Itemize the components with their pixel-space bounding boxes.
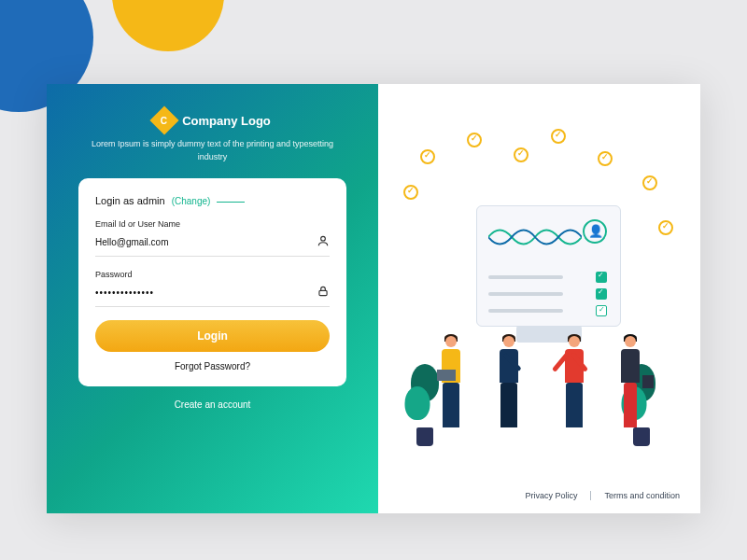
email-field-row xyxy=(95,231,330,257)
check-coin-icon xyxy=(467,133,482,147)
login-as-row: Login as admin (Change) xyxy=(95,195,330,206)
list-line xyxy=(488,292,563,296)
list-line xyxy=(488,275,563,279)
check-coin-icon xyxy=(551,129,566,144)
logo: C Company Logo xyxy=(78,110,346,131)
forgot-password-link[interactable]: Forgot Password? xyxy=(95,361,330,371)
logo-text: Company Logo xyxy=(182,114,271,128)
person-icon xyxy=(616,336,644,429)
check-coin-icon xyxy=(403,185,418,200)
wave-chart-icon xyxy=(488,223,582,251)
avatar-icon xyxy=(583,219,607,244)
privacy-policy-link[interactable]: Privacy Policy xyxy=(525,491,577,500)
footer-links: Privacy Policy Terms and condition xyxy=(525,491,680,500)
login-panel: C Company Logo Lorem Ipsum is simply dum… xyxy=(47,84,378,513)
password-label: Password xyxy=(95,270,330,279)
login-form: Login as admin (Change) Email Id or User… xyxy=(78,178,346,386)
divider xyxy=(590,491,591,500)
check-coin-icon xyxy=(658,220,673,235)
list-line xyxy=(488,309,563,313)
dashboard-monitor-icon xyxy=(476,205,621,327)
illustration-panel: Privacy Policy Terms and condition xyxy=(378,84,700,513)
check-coin-icon xyxy=(514,147,529,162)
checkbox-icon xyxy=(596,272,607,283)
login-as-label: Login as admin xyxy=(95,195,165,206)
decorative-circle-yellow xyxy=(112,0,224,51)
user-icon xyxy=(317,234,330,250)
svg-rect-1 xyxy=(319,290,327,295)
team-illustration xyxy=(411,187,672,429)
terms-link[interactable]: Terms and condition xyxy=(604,491,680,500)
check-coin-icon xyxy=(420,149,435,164)
lock-icon xyxy=(317,285,330,301)
checkbox-icon xyxy=(596,305,607,316)
login-button[interactable]: Login xyxy=(95,320,330,352)
create-account-link[interactable]: Create an account xyxy=(78,399,346,410)
person-icon xyxy=(560,336,588,429)
checkbox-icon xyxy=(596,288,607,300)
check-coin-icon xyxy=(642,175,657,190)
logo-mark-icon: C xyxy=(150,105,179,134)
svg-point-0 xyxy=(321,236,326,241)
plant-icon xyxy=(411,364,439,429)
password-field-row xyxy=(95,281,330,307)
email-input[interactable] xyxy=(95,237,306,247)
tagline: Lorem Ipsum is simply dummy text of the … xyxy=(78,138,346,163)
change-role-link[interactable]: (Change) xyxy=(172,196,211,206)
login-card: C Company Logo Lorem Ipsum is simply dum… xyxy=(47,84,700,513)
role-underline xyxy=(217,202,245,203)
person-icon xyxy=(437,336,465,429)
email-label: Email Id or User Name xyxy=(95,219,330,229)
person-icon xyxy=(495,336,523,429)
check-coin-icon xyxy=(598,151,613,166)
password-input[interactable] xyxy=(95,287,306,298)
